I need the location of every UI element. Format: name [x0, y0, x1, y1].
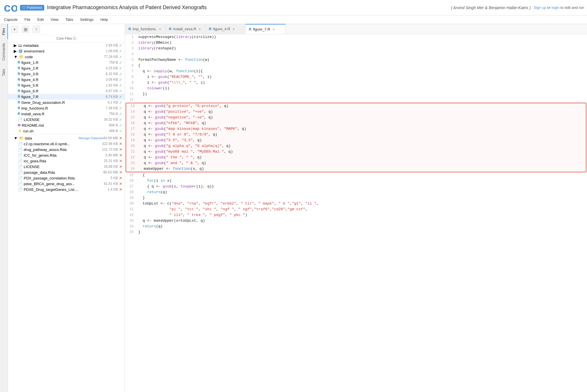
- tree-item-c2cp[interactable]: 📄 c2.cp.reactome.v6.0.symb... 322.98 KB …: [8, 141, 125, 147]
- r-icon: R: [18, 72, 20, 76]
- tree-item-figure3[interactable]: R figure_3.R 6.32 KB ✓: [8, 71, 125, 77]
- manage-datasets-link[interactable]: Manage Datasets: [79, 136, 103, 140]
- upload-button[interactable]: ↑: [33, 26, 40, 33]
- tree-item-pdx-passage[interactable]: 📄 PDX_passage_correlation.Rda 5 KB ✕: [8, 175, 125, 181]
- file-icon: 📄: [18, 164, 23, 169]
- menu-capsule[interactable]: Capsule: [3, 17, 19, 22]
- tree-item-figure1[interactable]: R figure_1.R 759 B ✓: [8, 60, 125, 65]
- status-icon: ✕: [119, 164, 122, 169]
- tree-item-gene-drug[interactable]: R Gene_Drug_association.R 4.1 KB ✓: [8, 100, 125, 105]
- tree-size: 756 B: [109, 112, 118, 116]
- md-icon: M: [18, 123, 21, 127]
- tree-item-imp-functions[interactable]: R imp_functions.R 7.38 KB ✓: [8, 105, 125, 111]
- status-icon: ✕: [119, 153, 122, 157]
- vtab-files[interactable]: Files: [0, 24, 8, 39]
- sh-icon: ⚡: [18, 129, 22, 133]
- code-line-30: 30 toUpLst <- c("dna", "rna", "egfr", "e…: [125, 201, 587, 207]
- file-icon: 📄: [18, 142, 23, 146]
- file-icon: 📄: [18, 159, 23, 163]
- tab-install-xeva[interactable]: R install_xeva.R ×: [166, 24, 206, 34]
- tree-item-pdxe-brca[interactable]: 📄 pdxe_BRCA_gene_drug_ass... 81.81 KB ✕: [8, 181, 125, 187]
- status-icon: ✓: [119, 43, 122, 48]
- published-label: Published: [27, 6, 42, 10]
- tree-item-figure5[interactable]: R figure_5.R 1.62 KB ✓: [8, 82, 125, 88]
- tree-item-environment[interactable]: ▶ ⚙️ environment 1.09 KB ✓: [8, 48, 125, 54]
- code-line-10: 10 tolower(i): [125, 86, 587, 91]
- menu-help[interactable]: Help: [99, 17, 109, 22]
- tree-label: c2.cp.reactome.v6.0.symb...: [24, 142, 102, 146]
- status-icon: ✓: [119, 89, 122, 93]
- tree-item-figure6[interactable]: R figure_6.R 6.67 KB ✓: [8, 88, 125, 94]
- code-line-27: 27 { q <- gsub(i, toupper(i), q)}: [125, 184, 587, 189]
- tab-figure4[interactable]: R figure_4.R ×: [206, 24, 246, 34]
- login-link[interactable]: login: [552, 5, 559, 10]
- status-icon: ✕: [119, 147, 122, 152]
- code-line-20: 20 q <- gsub("g alpha q", "G alpha(q)", …: [126, 143, 586, 149]
- r-icon: R: [18, 60, 20, 64]
- menu-tabs[interactable]: Tabs: [64, 17, 74, 22]
- tree-item-icc-gsea[interactable]: 📄 icc_gsea.Rda 25.31 KB ✕: [8, 158, 125, 164]
- code-line-6: 6 {: [125, 63, 587, 68]
- vtab-commands[interactable]: Commands: [0, 39, 8, 64]
- tree-item-runsh[interactable]: ⚡ run.sh 499 B ✓: [8, 128, 125, 134]
- tree-item-passage-data[interactable]: 📄 passage_data.Rda 80.63 MB ✕: [8, 169, 125, 175]
- tree-item-pdxe-drug[interactable]: 📄 PDXE_Drug_targetGenes_List.... 1.4 KB …: [8, 187, 125, 192]
- tree-label: data: [25, 136, 77, 140]
- section-divider: [8, 134, 125, 135]
- tree-label: figure_3.R: [21, 72, 106, 76]
- tab-close-button[interactable]: ×: [272, 27, 275, 32]
- signup-link[interactable]: Sign up: [534, 5, 546, 10]
- tree-item-figure4[interactable]: R figure_4.R 3.08 KB ✓: [8, 77, 125, 82]
- tree-item-icc-for-genes[interactable]: 📄 ICC_for_genes.Rda 3.38 MB ✕: [8, 152, 125, 158]
- left-panels: Files Commands Tabs + ⊞ ↑ Core Files ⓘ ▶…: [0, 24, 125, 392]
- tab-close-button[interactable]: ×: [198, 27, 201, 31]
- tab-close-button[interactable]: ×: [232, 27, 235, 31]
- code-line-12: 12: [125, 97, 587, 103]
- main-container: Files Commands Tabs + ⊞ ↑ Core Files ⓘ ▶…: [0, 24, 587, 392]
- status-icon: ✓: [119, 54, 122, 59]
- tree-item-metadata[interactable]: ▶ 🗂 metadata 2.69 KB ✓: [8, 43, 125, 48]
- titlebar: co 🛡 Published Integrative Pharmacogenom…: [0, 0, 587, 15]
- status-icon: ✕: [119, 170, 122, 175]
- r-icon: R: [18, 66, 20, 70]
- code-line-28: 28 return(q): [125, 189, 587, 195]
- menu-file[interactable]: File: [23, 17, 32, 22]
- tab-label: imp_functions.: [133, 27, 157, 31]
- tree-item-readme[interactable]: M README.md 808 B ✓: [8, 122, 125, 128]
- code-line-1: 1 suppressMessages(library(circlize)): [125, 34, 587, 40]
- tree-label: ICC_for_genes.Rda: [24, 153, 105, 157]
- r-icon: R: [128, 27, 131, 31]
- status-icon: ✕: [119, 142, 122, 146]
- tab-figure7[interactable]: R figure_7.R ×: [246, 24, 286, 34]
- code-line-8: 8 i <- gsub("REACTOME_", "", i): [125, 74, 587, 80]
- tree-item-data[interactable]: ▼ 📁 data Manage Datasets 84.59 MB ✕: [8, 135, 125, 141]
- code-line-16: 16 q <- gsub("nfkb", "NFkB", q): [126, 120, 586, 126]
- tree-item-license2[interactable]: 📄 LICENSE 18.88 KB ✕: [8, 164, 125, 169]
- tree-size: 1.62 KB: [106, 83, 118, 87]
- tab-imp-functions[interactable]: R imp_functions. ×: [125, 24, 166, 34]
- code-line-25: 25 {: [125, 172, 587, 178]
- menu-edit[interactable]: Edit: [36, 17, 45, 22]
- tab-close-button[interactable]: ×: [158, 27, 162, 31]
- tree-item-code[interactable]: ▼ 📁 code 77.28 KB ✓: [8, 54, 125, 60]
- tree-size: 499 B: [109, 129, 118, 133]
- tree-item-license[interactable]: 📄 LICENSE 34.32 KB ✓: [8, 117, 125, 122]
- code-editor[interactable]: 1 suppressMessages(library(circlize)) 2 …: [125, 34, 587, 392]
- add-folder-button[interactable]: ⊞: [22, 26, 29, 33]
- tree-item-install-xeva[interactable]: R install_xeva.R 756 B ✓: [8, 111, 125, 117]
- add-file-button[interactable]: +: [11, 26, 18, 33]
- tree-item-drug-pathway[interactable]: 📄 drug_pathway_assco.Rda 131.72 KB ✕: [8, 147, 125, 152]
- menu-settings[interactable]: Settings: [79, 17, 95, 22]
- authors: ( Arvind Singh Mer & Benjamin Haibe-Kain…: [451, 5, 531, 10]
- code-line-14: 14 q <- gsub("positive", "+ve", q): [126, 109, 586, 115]
- status-icon: ✓: [119, 83, 122, 88]
- tree-item-figure2[interactable]: R figure_2.R 4.25 KB ✓: [8, 65, 125, 71]
- tab-label: install_xeva.R: [173, 27, 196, 31]
- tree-item-figure7[interactable]: R figure_7.R 6.74 KB ✓: [8, 94, 125, 100]
- code-line-7: 7 q <- sapply(w, function(i){: [125, 68, 587, 74]
- menu-view[interactable]: View: [49, 17, 60, 22]
- tree-label: install_xeva.R: [21, 112, 109, 116]
- tree-size: 2.69 KB: [106, 43, 118, 47]
- vtab-tabs[interactable]: Tabs: [0, 65, 8, 80]
- code-line-17: 17 q <- gsub("map kinase|map kinases", "…: [126, 126, 586, 132]
